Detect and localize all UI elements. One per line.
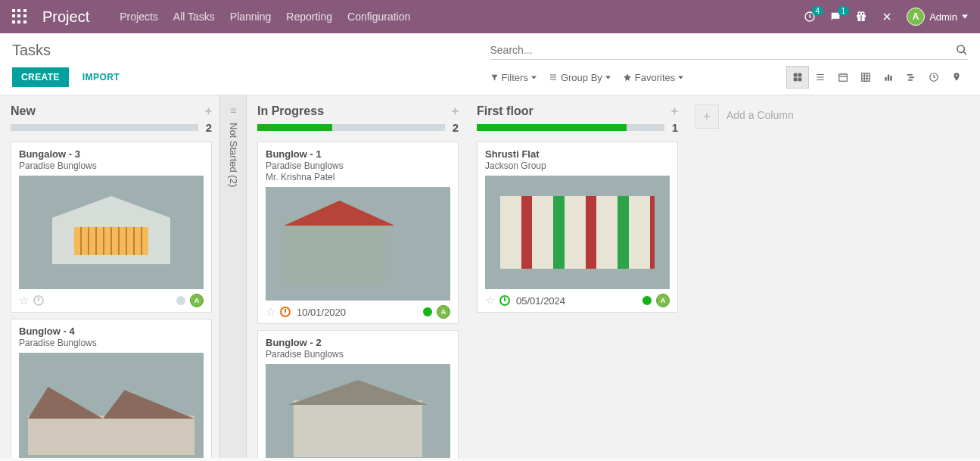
star-icon[interactable]: ☆ [485,294,495,307]
svg-rect-12 [862,73,870,82]
status-dot[interactable] [642,296,652,305]
view-switcher [786,66,968,89]
page-title: Tasks [12,42,490,59]
svg-rect-3 [860,15,861,21]
nav-link-configuration[interactable]: Configuration [347,11,410,23]
svg-rect-17 [909,76,914,78]
svg-rect-9 [794,78,798,82]
kanban-card[interactable]: Bunglow - 2 Paradise Bunglows [257,330,459,458]
navbar-right: 4 1 A Admin [804,8,968,26]
user-menu[interactable]: A Admin [907,8,968,26]
nav-link-all-tasks[interactable]: All Tasks [173,11,215,23]
column-title[interactable]: New [11,104,205,118]
funnel-icon [490,73,499,82]
card-subtitle: Jackson Group [485,160,670,171]
column-add-card[interactable]: + [671,104,678,118]
card-subtitle: Paradise Bunglows [19,338,204,348]
navbar: Project Projects All Tasks Planning Repo… [0,0,980,33]
messages-icon[interactable]: 1 [829,11,842,23]
list-icon [549,73,558,82]
view-list[interactable] [809,66,832,89]
svg-rect-14 [888,75,889,81]
view-gantt[interactable] [900,66,922,89]
card-title: Bunglow - 1 [266,148,450,160]
column-add-card[interactable]: + [452,104,459,118]
card-title: Bungalow - 3 [19,148,204,160]
chevron-down-icon [605,75,611,80]
clock-icon[interactable] [33,295,44,306]
card-title: Bunglow - 4 [19,326,204,337]
apps-icon[interactable] [12,9,27,24]
view-map[interactable] [945,66,968,89]
column-add-card[interactable]: + [205,104,212,118]
view-kanban[interactable] [786,66,809,89]
kanban-column-first-floor: First floor + 1 Shrusti Flat Jackson Gro… [466,95,686,458]
filters-menu[interactable]: Filters [490,72,537,83]
kanban-column-new: New + 2 Bungalow - 3 Paradise Bunglows ☆… [0,95,219,458]
tools-icon[interactable] [881,11,893,23]
svg-rect-7 [794,73,798,77]
brand-title[interactable]: Project [42,8,89,26]
kanban-card[interactable]: Bunglow - 4 Paradise Bunglows [11,319,212,458]
create-button[interactable]: CREATE [12,67,69,87]
status-dot[interactable] [423,307,432,316]
activities-icon[interactable]: 4 [804,11,816,23]
card-image [485,176,670,289]
svg-point-20 [956,75,957,76]
import-button[interactable]: IMPORT [76,67,126,87]
add-column-button[interactable]: + [695,104,719,129]
column-progress[interactable] [477,124,664,131]
nav-link-planning[interactable]: Planning [230,11,272,23]
nav-link-reporting[interactable]: Reporting [286,11,332,23]
kanban-card[interactable]: Shrusti Flat Jackson Group ☆ 05/01/2024 … [477,142,678,313]
card-date: 10/01/2020 [297,307,346,318]
folded-column-title: Not Started (2) [228,123,239,187]
status-dot[interactable] [176,296,185,305]
kanban-column-in-progress: In Progress + 2 Bunglow - 1 Paradise Bun… [247,95,466,458]
star-icon[interactable]: ☆ [266,305,275,319]
view-graph[interactable] [877,66,900,89]
card-image [19,353,204,458]
clock-icon[interactable] [280,307,291,317]
svg-rect-10 [798,78,802,82]
card-title: Bunglow - 2 [266,337,450,348]
star-icon [623,73,632,82]
favorites-menu[interactable]: Favorites [623,72,683,83]
gift-icon[interactable] [855,11,867,23]
chevron-down-icon [678,75,683,80]
assignee-avatar[interactable]: A [656,294,670,307]
activities-badge: 4 [812,6,824,16]
view-pivot[interactable] [854,66,877,89]
card-subtitle: Paradise Bunglows [266,160,450,171]
star-icon[interactable]: ☆ [19,294,29,307]
svg-rect-13 [885,77,886,81]
kanban-column-not-started-folded[interactable]: ≡ Not Started (2) [219,95,247,458]
user-avatar: A [907,8,925,26]
column-progress[interactable] [11,124,198,131]
kanban-card[interactable]: Bunglow - 1 Paradise Bunglows Mr. Krishn… [257,142,459,324]
clock-icon[interactable] [499,295,510,306]
column-title[interactable]: First floor [477,104,671,118]
search-bar [490,41,969,60]
control-panel: Tasks CREATE IMPORT Filters Group By [0,33,980,95]
svg-point-5 [861,12,864,15]
search-input[interactable] [490,44,957,56]
column-title[interactable]: In Progress [257,104,452,118]
assignee-avatar[interactable]: A [437,305,450,319]
column-progress[interactable] [257,124,445,131]
groupby-menu[interactable]: Group By [549,72,611,83]
view-activity[interactable] [922,66,945,89]
kanban-card[interactable]: Bungalow - 3 Paradise Bunglows ☆ A [11,142,212,313]
view-calendar[interactable] [832,66,854,89]
nav-link-projects[interactable]: Projects [120,11,158,23]
svg-rect-16 [907,74,913,76]
svg-rect-8 [798,73,802,77]
search-icon[interactable] [956,44,968,56]
column-count: 1 [672,121,678,134]
fold-handle-icon: ≡ [230,104,236,117]
user-name: Admin [929,11,957,23]
column-count: 2 [206,121,212,134]
nav-links: Projects All Tasks Planning Reporting Co… [120,11,410,23]
card-image [266,187,450,301]
assignee-avatar[interactable]: A [190,294,204,307]
